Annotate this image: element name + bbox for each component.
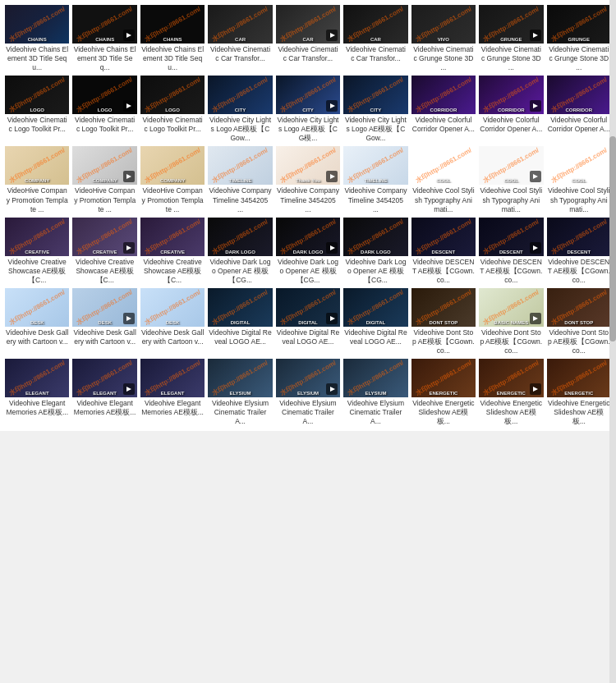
- thumb-text-13: CITY: [218, 108, 262, 112]
- play-button-35[interactable]: [530, 242, 541, 254]
- grid-item-24[interactable]: TIMELINE水印http://8661.com/Videohive Comp…: [343, 146, 407, 213]
- grid-item-29[interactable]: CREATIVE水印http://8661.com/Videohive Crea…: [72, 218, 136, 285]
- grid-item-31[interactable]: DARK LOGO水印http://8661.com/Videohive Dar…: [208, 218, 272, 285]
- grid-item-10[interactable]: LOGO水印http://8661.com/Videohive Cinemati…: [5, 76, 69, 143]
- thumb-inner-7: VIVO水印http://8661.com/: [411, 5, 476, 44]
- item-label-54: Videohive Energetic Slideshow AE模板...: [547, 399, 611, 426]
- grid-item-21[interactable]: COMPANY水印http://8661.com/VideoHive Compa…: [140, 146, 205, 213]
- grid-item-28[interactable]: CREATIVE水印http://8661.com/Videohive Crea…: [5, 218, 69, 285]
- grid-item-15[interactable]: CITY水印http://8661.com/Videohive City Lig…: [343, 76, 407, 143]
- grid-item-36[interactable]: DESCENT水印http://8661.com/Videohive DESCE…: [547, 218, 611, 285]
- play-button-17[interactable]: [530, 100, 541, 112]
- item-label-10: Videohive Cinematic Logo Toolkit Pr...: [5, 116, 69, 134]
- grid-item-27[interactable]: COOL水印http://8661.com/Videohive Cool Sty…: [547, 146, 611, 213]
- grid-item-25[interactable]: COOL水印http://8661.com/Videohive Cool Sty…: [411, 146, 476, 213]
- grid-item-51[interactable]: ELYSIUM水印http://8661.com/Videohive Elysi…: [343, 359, 407, 426]
- grid-item-11[interactable]: LOGO水印http://8661.com/Videohive Cinemati…: [72, 76, 136, 143]
- play-button-11[interactable]: [123, 100, 135, 112]
- play-button-23[interactable]: [326, 171, 338, 182]
- play-button-5[interactable]: [326, 30, 338, 41]
- grid-item-19[interactable]: COMPANY水印http://8661.com/VideoHive Compa…: [5, 146, 69, 213]
- grid-item-14[interactable]: CITY水印http://8661.com/Videohive City Lig…: [276, 76, 340, 143]
- grid-item-44[interactable]: BASIC NAMES水印http://8661.com/Videohive D…: [479, 288, 543, 355]
- thumbnail-44: BASIC NAMES水印http://8661.com/: [479, 288, 543, 327]
- play-button-32[interactable]: [326, 242, 338, 254]
- thumb-inner-42: DIGITAL水印http://8661.com/: [343, 288, 407, 327]
- grid-item-12[interactable]: LOGO水印http://8661.com/Videohive Cinemati…: [140, 76, 205, 143]
- grid-item-38[interactable]: DESK水印http://8661.com/Videohive Desk Gal…: [72, 288, 136, 355]
- grid-item-9[interactable]: GRUNGE水印http://8661.com/Videohive Cinema…: [547, 5, 611, 72]
- play-icon: [330, 316, 335, 321]
- grid-item-26[interactable]: COOL水印http://8661.com/Videohive Cool Sty…: [479, 146, 543, 213]
- grid-item-39[interactable]: DESK水印http://8661.com/Videohive Desk Gal…: [140, 288, 205, 355]
- grid-item-5[interactable]: CAR水印http://8661.com/Videohive Cinematic…: [276, 5, 340, 72]
- grid-item-2[interactable]: CHAINS水印http://8661.com/Videohive Chains…: [72, 5, 136, 72]
- play-icon: [126, 103, 131, 108]
- grid-item-40[interactable]: DIGITAL水印http://8661.com/Videohive Digit…: [208, 288, 272, 355]
- play-button-41[interactable]: [326, 313, 338, 324]
- grid-item-37[interactable]: DESK水印http://8661.com/Videohive Desk Gal…: [5, 288, 69, 355]
- play-button-50[interactable]: [326, 383, 338, 395]
- grid-item-7[interactable]: VIVO水印http://8661.com/Videohive Cinemati…: [411, 5, 476, 72]
- grid-item-3[interactable]: CHAINS水印http://8661.com/Videohive Chains…: [140, 5, 205, 72]
- grid-item-35[interactable]: DESCENT水印http://8661.com/Videohive DESCE…: [479, 218, 543, 285]
- play-button-26[interactable]: [530, 171, 541, 182]
- grid-item-30[interactable]: CREATIVE水印http://8661.com/Videohive Crea…: [140, 218, 205, 285]
- grid-item-6[interactable]: CAR水印http://8661.com/Videohive Cinematic…: [343, 5, 407, 72]
- play-button-20[interactable]: [123, 171, 135, 182]
- thumb-inner-26: COOL水印http://8661.com/: [479, 146, 543, 185]
- grid-item-16[interactable]: CORRIDOR水印http://8661.com/Videohive Colo…: [411, 76, 476, 143]
- grid-item-43[interactable]: DONT STOP水印http://8661.com/Videohive Don…: [411, 288, 476, 355]
- grid-item-22[interactable]: TIMELINE水印http://8661.com/Videohive Comp…: [208, 146, 272, 213]
- grid-item-23[interactable]: Thank You水印http://8661.com/Videohive Com…: [276, 146, 340, 213]
- grid-item-17[interactable]: CORRIDOR水印http://8661.com/Videohive Colo…: [479, 76, 543, 143]
- thumb-text-17: CORRIDOR: [489, 108, 533, 112]
- grid-item-50[interactable]: ELYSIUM水印http://8661.com/Videohive Elysi…: [276, 359, 340, 426]
- grid-item-47[interactable]: ELEGANT水印http://8661.com/Videohive Elega…: [72, 359, 136, 426]
- grid-item-8[interactable]: GRUNGE水印http://8661.com/Videohive Cinema…: [479, 5, 543, 72]
- play-button-38[interactable]: [123, 313, 135, 324]
- play-button-29[interactable]: [123, 242, 135, 254]
- play-button-8[interactable]: [530, 30, 541, 41]
- item-label-19: VideoHive Company Promotion Template ...: [5, 186, 69, 213]
- thumbnail-13: CITY水印http://8661.com/: [208, 76, 272, 114]
- scrollbar[interactable]: [609, 0, 616, 431]
- play-icon: [126, 174, 131, 179]
- thumb-inner-19: COMPANY水印http://8661.com/: [5, 146, 69, 185]
- thumb-text-4: CAR: [218, 37, 262, 42]
- play-button-53[interactable]: [530, 383, 541, 395]
- grid-item-4[interactable]: CAR水印http://8661.com/Videohive Cinematic…: [208, 5, 272, 72]
- thumb-inner-46: ELEGANT水印http://8661.com/: [5, 359, 69, 397]
- grid-item-45[interactable]: DONT STOP水印http://8661.com/Videohive Don…: [547, 288, 611, 355]
- grid-item-33[interactable]: DARK LOGO水印http://8661.com/Videohive Dar…: [343, 218, 407, 285]
- scrollbar-thumb[interactable]: [609, 136, 616, 342]
- thumbnail-37: DESK水印http://8661.com/: [5, 288, 69, 327]
- play-button-47[interactable]: [123, 383, 135, 395]
- thumb-inner-27: COOL水印http://8661.com/: [547, 146, 611, 185]
- thumb-text-6: CAR: [353, 37, 398, 42]
- grid-item-48[interactable]: ELEGANT水印http://8661.com/Videohive Elega…: [140, 359, 205, 426]
- grid-item-54[interactable]: ENERGETIC水印http://8661.com/Videohive Ene…: [547, 359, 611, 426]
- grid-item-49[interactable]: ELYSIUM水印http://8661.com/Videohive Elysi…: [208, 359, 272, 426]
- play-button-14[interactable]: [326, 100, 338, 112]
- play-button-2[interactable]: [123, 30, 135, 41]
- thumb-text-21: COMPANY: [150, 178, 195, 183]
- grid-item-46[interactable]: ELEGANT水印http://8661.com/Videohive Elega…: [5, 359, 69, 426]
- thumb-text-5: CAR: [286, 37, 330, 42]
- grid-item-41[interactable]: DIGITAL水印http://8661.com/Videohive Digit…: [276, 288, 340, 355]
- thumbnail-39: DESK水印http://8661.com/: [140, 288, 205, 327]
- grid-item-20[interactable]: COMPANY水印http://8661.com/VideoHive Compa…: [72, 146, 136, 213]
- item-label-31: Videohive Dark Logo Opener AE 模板【CG...: [208, 258, 272, 285]
- thumb-text-25: COOL: [421, 178, 466, 183]
- play-button-44[interactable]: [530, 313, 541, 324]
- grid-item-32[interactable]: DARK LOGO水印http://8661.com/Videohive Dar…: [276, 218, 340, 285]
- thumbnail-1: CHAINS水印http://8661.com/: [5, 5, 69, 44]
- grid-item-18[interactable]: CORRIDOR水印http://8661.com/Videohive Colo…: [547, 76, 611, 143]
- grid-item-53[interactable]: ENERGETIC水印http://8661.com/Videohive Ene…: [479, 359, 543, 426]
- grid-item-52[interactable]: ENERGETIC水印http://8661.com/Videohive Ene…: [411, 359, 476, 426]
- grid-item-13[interactable]: CITY水印http://8661.com/Videohive City Lig…: [208, 76, 272, 143]
- grid-item-42[interactable]: DIGITAL水印http://8661.com/Videohive Digit…: [343, 288, 407, 355]
- grid-item-34[interactable]: DESCENT水印http://8661.com/Videohive DESCE…: [411, 218, 476, 285]
- grid-item-1[interactable]: CHAINS水印http://8661.com/Videohive Chains…: [5, 5, 69, 72]
- thumbnail-2: CHAINS水印http://8661.com/: [72, 5, 136, 44]
